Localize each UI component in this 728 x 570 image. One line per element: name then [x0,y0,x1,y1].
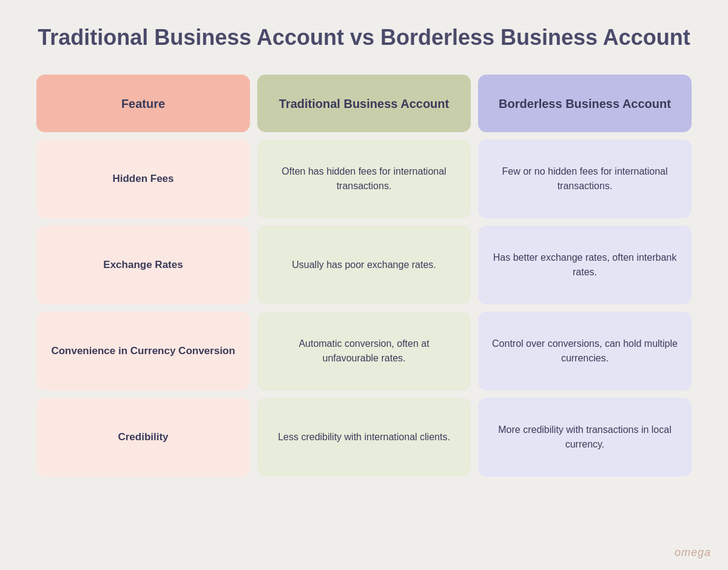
header-borderless: Borderless Business Account [478,75,692,132]
comparison-table: Feature Traditional Business Account Bor… [36,75,692,477]
borderless-currency-conversion: Control over conversions, can hold multi… [478,312,692,391]
watermark: omega [675,546,711,559]
borderless-hidden-fees: Few or no hidden fees for international … [478,139,692,218]
traditional-exchange-rates: Usually has poor exchange rates. [257,226,471,304]
page-title: Traditional Business Account vs Borderle… [38,24,690,50]
feature-hidden-fees: Hidden Fees [36,139,250,218]
traditional-currency-conversion: Automatic conversion, often at unfavoura… [257,312,471,391]
traditional-credibility: Less credibility with international clie… [257,398,471,477]
header-traditional: Traditional Business Account [257,75,471,132]
feature-currency-conversion: Convenience in Currency Conversion [36,312,250,391]
feature-credibility: Credibility [36,398,250,477]
borderless-credibility: More credibility with transactions in lo… [478,398,692,477]
feature-exchange-rates: Exchange Rates [36,226,250,304]
header-feature: Feature [36,75,250,132]
traditional-hidden-fees: Often has hidden fees for international … [257,139,471,218]
borderless-exchange-rates: Has better exchange rates, often interba… [478,226,692,304]
